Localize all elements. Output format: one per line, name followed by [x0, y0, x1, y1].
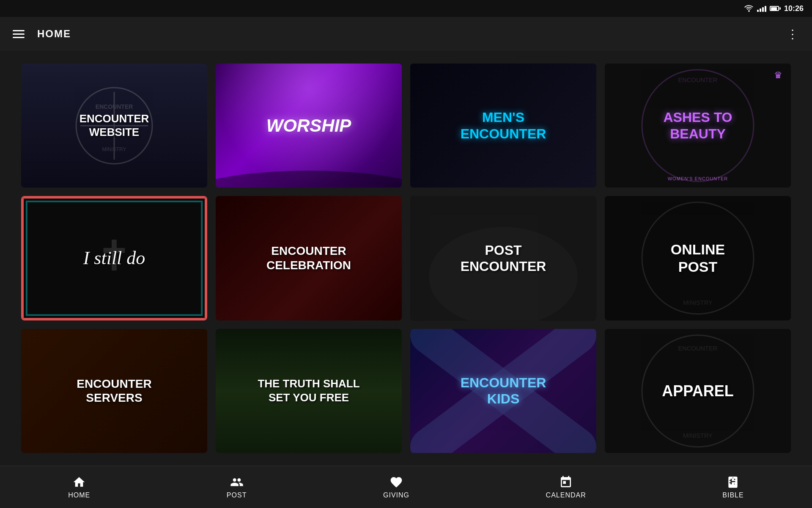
nav-item-giving[interactable]: GIVING	[383, 475, 409, 499]
top-bar-left: HOME	[13, 28, 71, 40]
nav-label-post: POST	[227, 491, 247, 499]
card-label-encounter-website: ENCOUNTERWEBSITE	[80, 112, 149, 138]
card-label-post-encounter: POSTENCOUNTER	[461, 242, 546, 275]
home-icon	[72, 475, 86, 489]
grid-item-encounter-celebration[interactable]: ENCOUNTERCELEBRATION	[216, 196, 402, 320]
svg-text:ENCOUNTER: ENCOUNTER	[96, 103, 133, 110]
page-title: HOME	[37, 28, 71, 40]
battery-icon	[770, 6, 781, 11]
nav-item-calendar[interactable]: CALENDAR	[546, 475, 586, 499]
grid-item-mens-encounter[interactable]: MEN'SENCOUNTER	[410, 64, 596, 188]
grid-item-post-encounter[interactable]: POSTENCOUNTER	[410, 196, 596, 320]
card-label-i-still-do: I still do	[83, 248, 145, 268]
grid-item-truth[interactable]: THE TRUTH SHALLSET YOU FREE	[216, 329, 402, 453]
nav-label-calendar: CALENDAR	[546, 491, 586, 499]
nav-label-home: HOME	[68, 491, 90, 499]
bottom-nav: HOME POST GIVING CALENDAR BIBLE	[0, 466, 812, 508]
womens-encounter-label: WOMEN'S ENCOUNTER	[668, 176, 728, 181]
grid-item-apparel[interactable]: ENCOUNTER MINISTRY APPAREL	[605, 329, 791, 453]
crown-icon: ♛	[774, 70, 782, 81]
top-bar: HOME ⋮	[0, 17, 812, 51]
svg-text:MINISTRY: MINISTRY	[683, 299, 713, 306]
svg-text:ENCOUNTER: ENCOUNTER	[678, 345, 718, 352]
grid-item-encounter-website[interactable]: ENCOUNTER MINISTRY ENCOUNTERWEBSITE	[21, 64, 207, 188]
nav-label-bible: BIBLE	[722, 491, 743, 499]
card-label-worship: WORSHIP	[266, 116, 351, 135]
card-label-ashes-to-beauty: ASHES TOBEAUTY	[664, 109, 732, 142]
card-label-online-post: ONLINEPOST	[671, 241, 725, 276]
svg-text:ENCOUNTER: ENCOUNTER	[678, 77, 718, 83]
post-icon	[230, 475, 244, 489]
nav-label-giving: GIVING	[383, 491, 409, 499]
giving-icon	[390, 475, 403, 489]
wifi-icon	[744, 5, 754, 12]
nav-item-post[interactable]: POST	[227, 475, 247, 499]
card-label-apparel: APPAREL	[662, 382, 733, 400]
status-icons: 10:26	[744, 4, 804, 13]
card-label-mens-encounter: MEN'SENCOUNTER	[461, 109, 546, 142]
card-label-encounter-celebration: ENCOUNTERCELEBRATION	[266, 244, 351, 272]
more-options-button[interactable]: ⋮	[787, 27, 799, 41]
svg-text:MINISTRY: MINISTRY	[683, 432, 713, 439]
status-time: 10:26	[784, 4, 804, 13]
grid-item-ashes-to-beauty[interactable]: ENCOUNTER ♛ ASHES TOBEAUTY WOMEN'S ENCOU…	[605, 64, 791, 188]
bible-icon	[726, 475, 740, 489]
nav-item-home[interactable]: HOME	[68, 475, 90, 499]
svg-text:MINISTRY: MINISTRY	[102, 146, 126, 152]
grid-item-online-post[interactable]: MINISTRY ONLINEPOST	[605, 196, 791, 320]
card-label-encounter-servers: ENCOUNTERSERVERS	[77, 377, 151, 405]
signal-icon	[757, 5, 766, 12]
calendar-icon	[559, 475, 573, 489]
card-label-encounter-kids: ENCOUNTERKIDS	[461, 375, 546, 407]
nav-item-bible[interactable]: BIBLE	[722, 475, 743, 499]
grid-item-encounter-kids[interactable]: ENCOUNTERKIDS	[410, 329, 596, 453]
grid-item-worship[interactable]: WORSHIP	[216, 64, 402, 188]
grid-item-encounter-servers[interactable]: ENCOUNTERSERVERS	[21, 329, 207, 453]
card-label-truth: THE TRUTH SHALLSET YOU FREE	[258, 377, 359, 406]
grid-item-i-still-do[interactable]: ✝ I still do	[21, 196, 207, 320]
svg-point-5	[216, 171, 402, 188]
content-grid: ENCOUNTER MINISTRY ENCOUNTERWEBSITE WORS…	[0, 51, 812, 466]
hamburger-menu[interactable]	[13, 30, 25, 38]
status-bar: 10:26	[0, 0, 812, 17]
